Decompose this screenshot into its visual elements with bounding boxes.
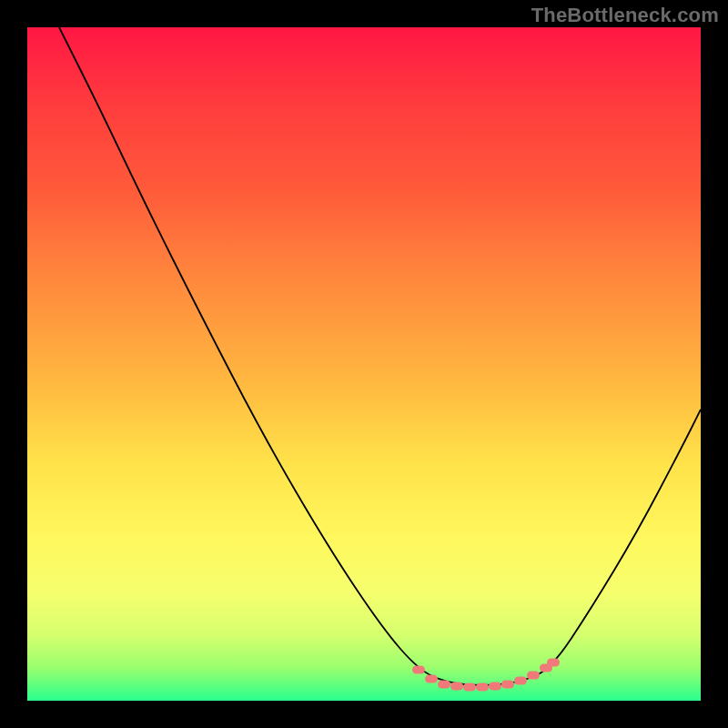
- watermark-text: TheBottleneck.com: [531, 4, 719, 27]
- chart-container: TheBottleneck.com: [0, 0, 728, 728]
- heatmap-gradient: [27, 27, 701, 701]
- plot-area: [27, 27, 701, 701]
